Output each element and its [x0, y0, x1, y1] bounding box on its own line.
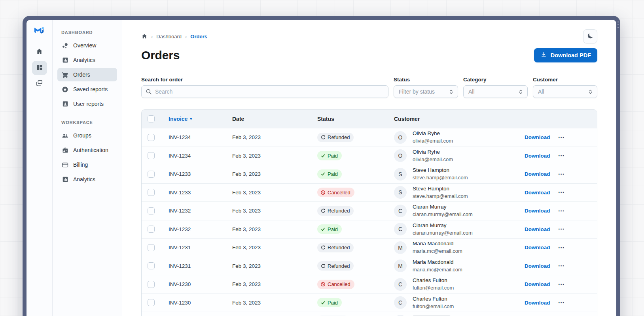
customer-name: Maria Macdonald [413, 259, 462, 266]
download-link[interactable]: Download [525, 134, 550, 140]
status-filter-select[interactable]: Filter by status [394, 85, 458, 98]
status-filter-label: Status [394, 77, 458, 83]
row-menu-button[interactable]: ⋯ [558, 281, 565, 288]
customer-email: maria.mc@email.com [413, 248, 462, 254]
select-all-checkbox[interactable] [148, 115, 155, 122]
row-menu-button[interactable]: ⋯ [558, 226, 565, 232]
invoice-cell: INV-1233 [161, 171, 226, 177]
invoice-cell: INV-1232 [161, 226, 226, 232]
rail-home-button[interactable] [32, 45, 47, 59]
row-menu-button[interactable]: ⋯ [558, 152, 565, 159]
table-row: INV-1234 Feb 3, 2023 Refunded O [142, 128, 597, 147]
status-chip: Cancelled [317, 188, 354, 197]
row-menu-button[interactable]: ⋯ [558, 299, 565, 306]
row-checkbox[interactable] [148, 207, 155, 214]
download-link[interactable]: Download [525, 153, 550, 159]
table-row: INV-1233 Feb 3, 2023 Paid S [142, 165, 597, 183]
sidebar-item-groups[interactable]: Groups [57, 129, 117, 142]
download-link[interactable]: Download [525, 281, 550, 287]
row-checkbox[interactable] [148, 262, 155, 269]
color-scheme-toggle-button[interactable] [583, 29, 597, 43]
customer-email: ciaran.murray@email.com [413, 211, 473, 218]
row-checkbox[interactable] [148, 171, 155, 178]
download-link[interactable]: Download [525, 190, 550, 196]
sidebar-item-user-reports[interactable]: User reports [57, 97, 117, 111]
app-window: DASHBOARD Overview Analytics [23, 16, 620, 316]
sort-by-invoice-button[interactable]: Invoice ▾ [169, 116, 192, 122]
date-cell: Feb 3, 2023 [226, 208, 311, 214]
row-menu-button[interactable]: ⋯ [558, 134, 565, 141]
invoice-cell: INV-1230 [161, 281, 226, 287]
row-menu-button[interactable]: ⋯ [558, 189, 565, 196]
row-menu-button[interactable]: ⋯ [558, 245, 565, 251]
customer-filter-select[interactable]: All [533, 85, 597, 98]
date-cell: Feb 3, 2023 [226, 245, 311, 250]
row-menu-button[interactable]: ⋯ [558, 263, 565, 269]
row-checkbox[interactable] [148, 226, 155, 233]
customer-email: olivia@email.com [413, 138, 453, 144]
breadcrumb-home-icon[interactable] [141, 33, 148, 40]
row-menu-button[interactable]: ⋯ [558, 171, 565, 177]
search-input[interactable] [141, 85, 388, 98]
download-link[interactable]: Download [525, 263, 550, 269]
customer-name: Charles Fulton [413, 296, 454, 303]
billing-icon [61, 161, 69, 169]
customer-avatar: C [394, 278, 407, 291]
column-header-customer: Customer [388, 116, 518, 122]
status-chip: Refunded [317, 243, 354, 252]
rail-window-stack-button[interactable] [32, 77, 47, 91]
date-cell: Feb 3, 2023 [226, 281, 311, 287]
table-row: INV-1233 Feb 3, 2023 Cancelled S [142, 183, 597, 202]
breadcrumb-dashboard[interactable]: Dashboard [156, 34, 182, 40]
download-link[interactable]: Download [525, 171, 550, 177]
status-chip: Paid [317, 169, 342, 179]
sidebar-item-billing[interactable]: Billing [57, 158, 117, 171]
customer-name: Olivia Ryhe [413, 130, 453, 137]
row-checkbox[interactable] [148, 281, 155, 288]
breadcrumb-orders[interactable]: Orders [190, 34, 207, 40]
refresh-icon [320, 208, 326, 213]
row-checkbox[interactable] [148, 299, 155, 306]
app-surface: DASHBOARD Overview Analytics [27, 20, 616, 316]
category-filter-select[interactable]: All [463, 85, 528, 98]
sidebar-item-saved-reports[interactable]: Saved reports [57, 83, 117, 96]
home-icon [36, 48, 43, 56]
row-checkbox[interactable] [148, 134, 155, 141]
download-pdf-button[interactable]: Download PDF [534, 48, 597, 62]
customer-email: olivia@email.com [413, 156, 453, 163]
row-checkbox[interactable] [148, 189, 155, 196]
sidebar-item-analytics-2[interactable]: Analytics [57, 173, 117, 186]
sidebar-item-authentication[interactable]: Authentication [57, 143, 117, 157]
check-icon [320, 227, 326, 232]
refresh-icon [320, 245, 326, 250]
sidebar-item-analytics[interactable]: Analytics [57, 53, 117, 67]
select-arrows-icon [518, 89, 524, 95]
sidebar-item-orders[interactable]: Orders [57, 68, 117, 81]
date-cell: Feb 3, 2023 [226, 171, 311, 177]
status-chip: Paid [317, 224, 342, 234]
check-icon [320, 171, 326, 177]
date-cell: Feb 3, 2023 [226, 134, 311, 140]
table-row: INV-1232 Feb 3, 2023 Refunded C [142, 201, 597, 220]
customer-name: Maria Macdonald [413, 241, 462, 247]
download-link[interactable]: Download [525, 208, 550, 214]
rail-dashboard-button[interactable] [32, 61, 47, 75]
row-menu-button[interactable]: ⋯ [558, 208, 565, 214]
icon-rail [27, 20, 53, 316]
customer-name: Steve Hampton [413, 167, 468, 174]
invoice-cell: INV-1231 [161, 245, 226, 250]
window-stack-icon [36, 79, 43, 88]
download-link[interactable]: Download [525, 300, 550, 306]
customer-email: steve.hamp@email.com [413, 193, 468, 199]
sidebar-item-overview[interactable]: Overview [57, 39, 117, 52]
row-checkbox[interactable] [148, 152, 155, 159]
customer-avatar: S [394, 168, 407, 181]
row-checkbox[interactable] [148, 244, 155, 251]
sort-desc-icon: ▾ [190, 117, 192, 121]
download-link[interactable]: Download [525, 245, 550, 250]
search-icon [145, 88, 152, 97]
download-link[interactable]: Download [525, 226, 550, 232]
table-row: INV-1234 Feb 3, 2023 Paid O [142, 147, 597, 165]
customer-avatar: C [394, 205, 407, 217]
status-chip: Paid [317, 151, 342, 160]
